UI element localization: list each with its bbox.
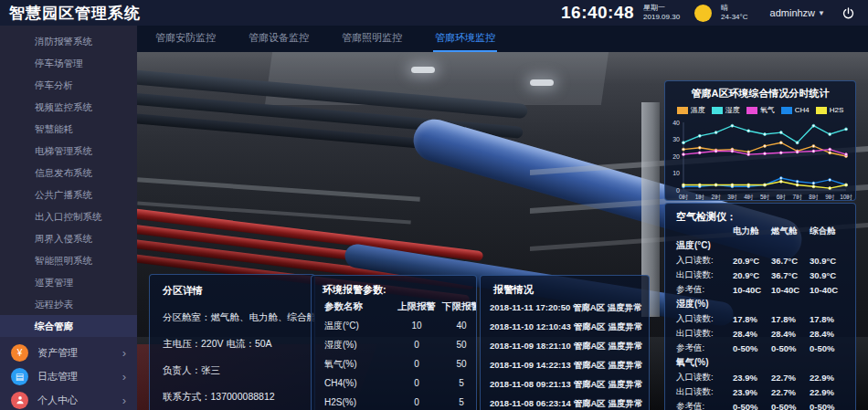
legend-item-温度: 温度 <box>677 105 705 115</box>
svg-text:9时: 9时 <box>825 194 835 200</box>
param-cell: 50 <box>438 359 477 369</box>
sidebar-group-log[interactable]: ▤日志管理› <box>0 364 137 388</box>
air-cell: 出口读数: <box>676 386 733 398</box>
air-cell: 17.8% <box>810 314 848 324</box>
legend-label: 氧气 <box>760 105 775 115</box>
air-cell: 10-40C <box>733 285 771 295</box>
svg-text:40: 40 <box>672 120 680 126</box>
param-cell: 湿度(%) <box>324 339 396 352</box>
param-cell: 0 <box>396 378 438 388</box>
tab-管廊环境监控[interactable]: 管廊环境监控 <box>433 26 497 52</box>
zone-detail-row: 联系方式：137000088812 <box>150 377 314 404</box>
air-cell: 燃气舱 <box>771 226 810 237</box>
air-cell: 17.8% <box>733 314 771 324</box>
sidebar-item[interactable]: 智慧能耗 <box>0 118 137 140</box>
legend-item-H2S: H2S <box>816 106 844 114</box>
person-icon <box>11 392 28 409</box>
log-management-icon: ▤ <box>11 368 28 385</box>
sidebar-item[interactable]: 公共广播系统 <box>0 184 137 205</box>
sidebar-item[interactable]: 周界入侵系统 <box>0 227 137 249</box>
sidebar-item[interactable]: 视频监控系统 <box>0 96 137 118</box>
param-cell: CH4(%) <box>324 378 396 388</box>
air-data-row: 出口读数:23.9%22.7%22.9% <box>665 384 855 399</box>
svg-text:0: 0 <box>676 187 680 194</box>
user-menu[interactable]: adminhzw ▼ <box>770 7 825 18</box>
param-cell: 40 <box>438 321 477 331</box>
sidebar-item[interactable]: 消防报警系统 <box>0 30 137 52</box>
chart-title: 管廊A区环境综合情况分时统计 <box>665 81 855 100</box>
tab-管廊照明监控[interactable]: 管廊照明监控 <box>340 26 404 52</box>
tab-管廊设备监控[interactable]: 管廊设备监控 <box>247 26 311 52</box>
alarm-item: 2018-11-08 09:21:13 管廊A区 温度异常 <box>481 375 649 394</box>
param-cell: 0 <box>396 340 438 350</box>
air-cell: 23.9% <box>733 387 771 397</box>
legend-item-氧气: 氧气 <box>746 105 775 115</box>
air-cell: 出口读数: <box>676 328 733 340</box>
air-cell: 22.7% <box>771 387 810 397</box>
sidebar-item[interactable]: 出入口控制系统 <box>0 205 137 227</box>
alarm-list-panel: 报警情况 2018-11-11 17:20:50 管廊A区 温度异常2018-1… <box>480 275 650 410</box>
air-panel-title: 空气检测仪： <box>665 204 855 224</box>
sidebar-item[interactable]: 停车场管理 <box>0 52 137 74</box>
air-cell: 0-50% <box>810 343 848 353</box>
sidebar-group-user[interactable]: 个人中心› <box>0 388 137 410</box>
temp-range-label: 24-34°C <box>721 13 747 22</box>
power-icon <box>842 6 855 20</box>
air-group-text: 湿度(%) <box>676 298 733 310</box>
sidebar-item[interactable]: 巡更管理 <box>0 271 137 293</box>
alarm-item: 2018-11-10 12:10:43 管廊A区 温度异常 <box>481 318 649 337</box>
air-cell: 20.9°C <box>733 270 771 280</box>
sidebar-item[interactable]: 停车分析 <box>0 74 137 96</box>
alarm-item: 2018-11-11 17:20:50 管廊A区 温度异常 <box>481 299 649 318</box>
air-cell: 0-50% <box>771 402 810 410</box>
weather-label: 晴 <box>721 4 747 13</box>
legend-swatch <box>781 107 792 114</box>
zone-detail-row: 分区舱室：燃气舱、电力舱、综合舱 <box>150 298 314 324</box>
zone-detail-panel: 分区详情 分区舱室：燃气舱、电力舱、综合舱主电压：220V 电流：50A负责人：… <box>149 274 315 410</box>
legend-swatch <box>816 107 827 114</box>
zone-panel-title: 分区详情 <box>150 275 314 298</box>
param-row-item: 氧气(%)050 <box>312 354 476 373</box>
param-cell: H2S(%) <box>324 397 396 407</box>
air-data-row: 入口读数:20.9°C36.7°C30.9°C <box>665 253 855 268</box>
air-cell: 出口读数: <box>676 269 733 281</box>
air-data-row: 参考值:0-50%0-50%0-50% <box>665 399 855 410</box>
cable-shelf <box>137 177 420 202</box>
air-cell: 28.4% <box>810 329 848 339</box>
svg-text:30: 30 <box>672 136 680 142</box>
tab-管廊安防监控[interactable]: 管廊安防监控 <box>153 26 217 52</box>
air-data-row: 出口读数:20.9°C36.7°C30.9°C <box>665 268 855 282</box>
power-button[interactable] <box>842 6 855 20</box>
air-cell: 17.8% <box>771 314 810 324</box>
param-cell: 5 <box>438 397 477 407</box>
alarm-params-table: 参数名称上限报警下限报警温度(°C)1040湿度(%)050氧气(%)050CH… <box>312 297 476 410</box>
air-cell: 综合舱 <box>810 226 848 237</box>
air-cell: 入口读数: <box>676 255 733 267</box>
sidebar-item[interactable]: 远程抄表 <box>0 293 137 315</box>
env-line-chart: 0102030400时1时2时3时4时5时6时7时8时9时10时 <box>668 118 852 201</box>
sidebar-group-label: 资产管理 <box>37 346 78 360</box>
sidebar-group-asset[interactable]: ¥资产管理› <box>0 341 137 364</box>
param-cell: 氧气(%) <box>324 358 396 371</box>
legend-label: CH4 <box>795 106 810 114</box>
air-cell: 0-50% <box>733 402 771 410</box>
username-label: adminhzw <box>770 7 816 18</box>
sidebar-items: 消防报警系统停车场管理停车分析视频监控系统智慧能耗电梯管理系统信息发布系统公共广… <box>0 26 137 337</box>
sidebar-item[interactable]: 信息发布系统 <box>0 162 137 184</box>
air-cell: 电力舱 <box>733 226 771 237</box>
air-cell: 0-50% <box>771 343 810 353</box>
header: 智慧园区管理系统 16:40:48 星期一 2019.09.30 晴 24-34… <box>0 0 868 26</box>
clock: 16:40:48 <box>561 3 634 23</box>
sidebar-item[interactable]: 智能照明系统 <box>0 249 137 271</box>
air-group-label: 湿度(%) <box>665 297 855 311</box>
param-cell: 上限报警 <box>396 300 438 313</box>
weekday-label: 星期一 <box>643 4 680 13</box>
sidebar-item[interactable]: 综合管廊 <box>0 315 137 337</box>
sidebar-item[interactable]: 电梯管理系统 <box>0 140 137 162</box>
legend-item-CH4: CH4 <box>781 106 810 114</box>
air-data-row: 出口读数:28.4%28.4%28.4% <box>665 326 855 341</box>
chevron-right-icon: › <box>122 370 126 384</box>
date-block: 星期一 2019.09.30 <box>643 4 680 23</box>
param-row-item: H2S(%)05 <box>312 393 476 410</box>
svg-text:5时: 5时 <box>760 194 770 200</box>
